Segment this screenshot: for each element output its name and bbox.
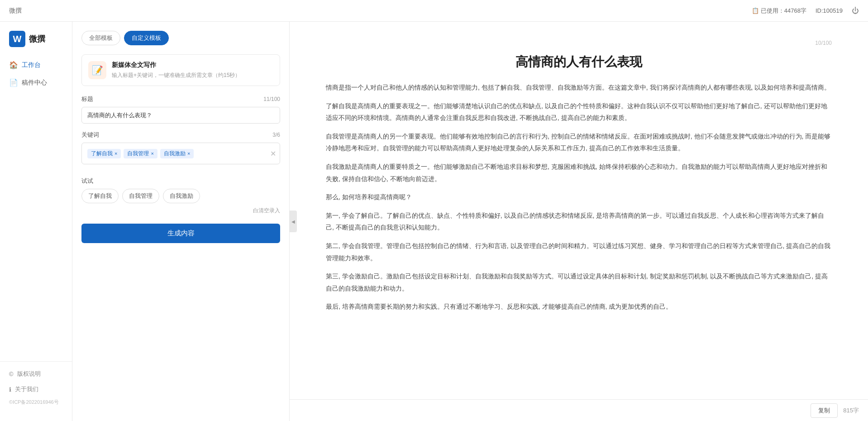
article-paragraph: 第三, 学会激励自己。激励自己包括设定目标和计划、自我激励和自我奖励等方式。可以… bbox=[326, 270, 832, 294]
tabs: 全部模板 自定义模板 bbox=[81, 31, 280, 45]
article-paragraph: 了解自我是高情商人的重要表现之一。他们能够清楚地认识自己的优点和缺点, 以及自己… bbox=[326, 100, 832, 124]
header: 微撰 📋 已使用：44768字 ID:100519 ⏻ bbox=[0, 0, 868, 22]
keyword-tag-2[interactable]: 自我激励 × bbox=[160, 149, 194, 158]
word-count: 815字 bbox=[843, 407, 859, 415]
keyword-tag-1-text: 自我管理 bbox=[127, 150, 149, 158]
about-icon: ℹ bbox=[9, 386, 11, 393]
keyword-tag-2-remove[interactable]: × bbox=[187, 151, 190, 156]
workbench-icon: 🏠 bbox=[9, 61, 18, 69]
about-item[interactable]: ℹ 关于我们 bbox=[0, 382, 72, 397]
article-paragraph: 最后, 培养高情商需要长期的努力和实践。只有通过不断地学习、反思和实践, 才能够… bbox=[326, 301, 832, 313]
article-paragraph: 第二, 学会自我管理。管理自己包括控制自己的情绪、行为和言语, 以及管理自己的时… bbox=[326, 240, 832, 264]
collapse-icon: ◀ bbox=[291, 219, 295, 224]
template-name: 新媒体全文写作 bbox=[112, 61, 273, 69]
generate-button[interactable]: 生成内容 bbox=[81, 224, 280, 243]
tab-all[interactable]: 全部模板 bbox=[81, 31, 120, 45]
keyword-count: 3/6 bbox=[272, 132, 280, 138]
article-paragraph: 自我激励是高情商人的重要特质之一。他们能够激励自己不断地追求目标和梦想, 克服困… bbox=[326, 161, 832, 185]
keyword-tag-0[interactable]: 了解自我 × bbox=[87, 149, 121, 158]
copy-button[interactable]: 复制 bbox=[811, 403, 838, 418]
sidebar: W 微撰 🏠 工作台 📄 稿件中心 © 版权说明 ℹ 关于我们 ©ICP备202… bbox=[0, 22, 72, 421]
sidebar-item-workbench[interactable]: 🏠 工作台 bbox=[0, 56, 72, 74]
power-icon[interactable]: ⏻ bbox=[852, 7, 859, 15]
keyword-field-section: 关键词 3/6 了解自我 × 自我管理 × 自我激励 × bbox=[81, 131, 280, 164]
template-icon: 📝 bbox=[88, 61, 106, 79]
icp-text: ©ICP备2022016946号 bbox=[0, 397, 72, 407]
keyword-tag-1[interactable]: 自我管理 × bbox=[124, 149, 157, 158]
tab-custom[interactable]: 自定义模板 bbox=[124, 31, 169, 45]
logo-w: W bbox=[9, 31, 25, 47]
about-label: 关于我们 bbox=[15, 385, 38, 393]
copyright-icon: © bbox=[9, 371, 14, 378]
sidebar-item-drafts[interactable]: 📄 稿件中心 bbox=[0, 74, 72, 91]
copyright-item[interactable]: © 版权说明 bbox=[0, 366, 72, 382]
drafts-icon: 📄 bbox=[9, 78, 18, 87]
suggestion-chips: 了解自我 自我管理 自我激励 bbox=[81, 189, 280, 203]
template-info: 新媒体全文写作 输入标题+关键词，一键准确生成所需文章（约15秒） bbox=[112, 61, 273, 79]
keywords-clear[interactable]: ✕ bbox=[270, 149, 276, 158]
article-title: 高情商的人有什么表现 bbox=[326, 53, 832, 71]
template-card[interactable]: 📝 新媒体全文写作 输入标题+关键词，一键准确生成所需文章（约15秒） bbox=[81, 54, 280, 86]
workbench-label: 工作台 bbox=[22, 61, 41, 69]
title-count: 11/100 bbox=[263, 96, 280, 102]
article-container: 10/100 高情商的人有什么表现 情商是指一个人对自己和他人的情感的认知和管理… bbox=[290, 22, 868, 399]
header-id: ID:100519 bbox=[816, 7, 843, 14]
template-desc: 输入标题+关键词，一键准确生成所需文章（约15秒） bbox=[112, 71, 273, 79]
clear-link[interactable]: 白清空录入 bbox=[81, 207, 280, 215]
logo-area: W 微撰 bbox=[0, 31, 72, 56]
logo-text: 微撰 bbox=[29, 33, 45, 44]
right-panel: 10/100 高情商的人有什么表现 情商是指一个人对自己和他人的情感的认知和管理… bbox=[290, 22, 868, 421]
left-panel: 全部模板 自定义模板 📝 新媒体全文写作 输入标题+关键词，一键准确生成所需文章… bbox=[72, 22, 290, 421]
article-body: 情商是指一个人对自己和他人的情感的认知和管理能力, 包括了解自我、自我管理、自我… bbox=[326, 81, 832, 313]
article-count: 10/100 bbox=[326, 40, 832, 46]
article-paragraph: 第一, 学会了解自己。了解自己的优点、缺点、个性特质和偏好, 以及自己的情感状态… bbox=[326, 210, 832, 234]
keyword-tag-1-remove[interactable]: × bbox=[151, 151, 153, 156]
title-field-label: 标题 11/100 bbox=[81, 95, 280, 103]
collapse-toggle[interactable]: ◀ bbox=[290, 210, 297, 232]
keyword-tag-0-text: 了解自我 bbox=[91, 150, 113, 158]
copyright-label: 版权说明 bbox=[17, 370, 41, 378]
sidebar-footer: © 版权说明 ℹ 关于我们 ©ICP备2022016946号 bbox=[0, 361, 72, 412]
header-title: 微撰 bbox=[9, 7, 22, 15]
layout: W 微撰 🏠 工作台 📄 稿件中心 © 版权说明 ℹ 关于我们 ©ICP备202… bbox=[0, 22, 868, 421]
article-paragraph: 自我管理是高情商人的另一个重要表现。他们能够有效地控制自己的言行和行为, 控制自… bbox=[326, 130, 832, 154]
header-used: 📋 已使用：44768字 bbox=[752, 7, 806, 15]
suggestions-label: 试试 bbox=[81, 177, 280, 185]
keyword-tag-0-remove[interactable]: × bbox=[114, 151, 117, 156]
used-icon: 📋 bbox=[752, 7, 759, 14]
keyword-tag-2-text: 自我激励 bbox=[164, 150, 186, 158]
article-paragraph: 那么, 如何培养和提高情商呢？ bbox=[326, 191, 832, 203]
chip-1[interactable]: 自我管理 bbox=[122, 189, 159, 203]
used-label: 已使用：44768字 bbox=[761, 7, 806, 15]
suggestions: 试试 了解自我 自我管理 自我激励 白清空录入 bbox=[81, 177, 280, 215]
drafts-label: 稿件中心 bbox=[22, 79, 47, 87]
title-label-text: 标题 bbox=[81, 95, 93, 103]
bottom-bar: 复制 815字 bbox=[290, 399, 868, 421]
keywords-box[interactable]: 了解自我 × 自我管理 × 自我激励 × ✕ bbox=[81, 143, 280, 164]
chip-0[interactable]: 了解自我 bbox=[81, 189, 119, 203]
keyword-field-label: 关键词 3/6 bbox=[81, 131, 280, 139]
header-right: 📋 已使用：44768字 ID:100519 ⏻ bbox=[752, 7, 859, 15]
article-paragraph: 情商是指一个人对自己和他人的情感的认知和管理能力, 包括了解自我、自我管理、自我… bbox=[326, 81, 832, 94]
title-input[interactable] bbox=[81, 107, 280, 124]
main: 全部模板 自定义模板 📝 新媒体全文写作 输入标题+关键词，一键准确生成所需文章… bbox=[72, 22, 868, 421]
chip-2[interactable]: 自我激励 bbox=[163, 189, 200, 203]
keyword-label-text: 关键词 bbox=[81, 131, 99, 139]
title-field-section: 标题 11/100 bbox=[81, 95, 280, 124]
